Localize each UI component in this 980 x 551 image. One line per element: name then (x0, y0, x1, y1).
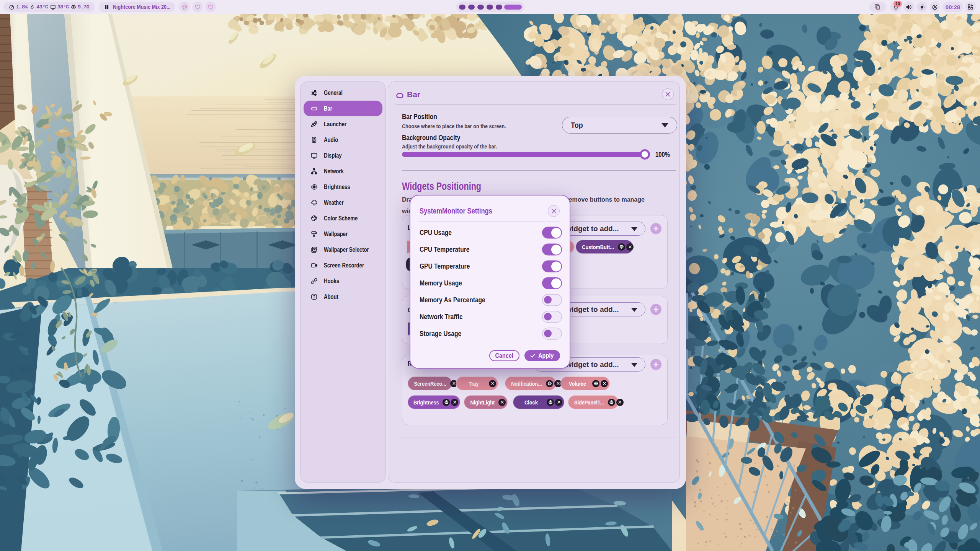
svg-text:C: C (877, 6, 879, 10)
